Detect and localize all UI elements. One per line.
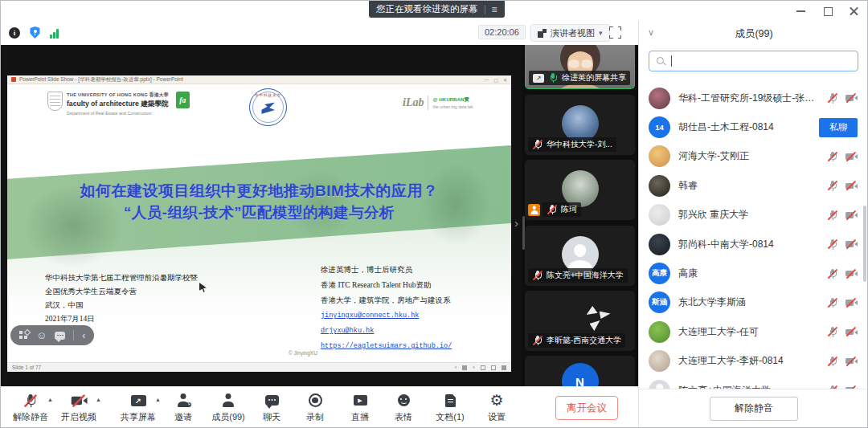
video-tile[interactable]: N — [525, 356, 635, 386]
toolbar-emoji-button[interactable]: 表情 — [383, 392, 424, 423]
chevron-up-icon[interactable]: ▲ — [96, 397, 101, 402]
powerpoint-statusbar: Slide 1 of 77 ‹ › — [7, 362, 511, 372]
toolbar-live-button[interactable]: ▶ 直播 — [340, 392, 380, 423]
members-panel: ∨ 成员(99) 华科-工管研究所-19级硕士-张佳乐 14 胡仕昌-土木工程-… — [638, 21, 868, 428]
chat-icon[interactable] — [55, 332, 65, 340]
video-tile[interactable]: 陈文亮+中国海洋大学 — [525, 226, 635, 286]
toolbar-members-button[interactable]: 成员(99) — [208, 392, 248, 423]
camera-muted-icon — [845, 180, 858, 191]
member-name: 高康 — [678, 267, 819, 280]
close-icon[interactable] — [849, 6, 859, 16]
layout-grid-icon[interactable] — [19, 331, 28, 340]
mic-muted-icon — [532, 139, 543, 150]
emoji-icon[interactable]: ☺ — [36, 330, 47, 340]
member-name: 大连理工大学-李妍-0814 — [678, 354, 819, 368]
mic-muted-icon — [827, 180, 838, 191]
video-tile[interactable]: 陈珂 — [525, 160, 635, 220]
share-screen-icon: ↗ — [131, 395, 146, 406]
member-avatar — [649, 145, 670, 167]
member-avatar: 斯涵 — [649, 291, 670, 313]
member-row[interactable]: 高康 高康 — [639, 259, 868, 287]
private-chat-button[interactable]: 私聊 — [819, 118, 858, 137]
fa-logo: fa — [176, 92, 190, 108]
next-slide-icon[interactable]: › — [473, 364, 475, 371]
slide-copyright: © JinyingXU — [289, 350, 317, 356]
mic-muted-icon — [827, 268, 838, 279]
member-row[interactable]: 斯涵 东北大学李斯涵 — [639, 288, 868, 317]
email-link[interactable]: jinyingxu@connect.hku.hk — [321, 308, 452, 324]
unmute-button[interactable]: 解除静音 — [710, 397, 798, 421]
hku-line3: Department of Real Estate and Constructi… — [67, 111, 169, 116]
menu-icon[interactable]: ≡ — [492, 5, 497, 14]
fullscreen-icon[interactable] — [609, 26, 621, 39]
ilab-tagline: the urban big data lab — [432, 104, 473, 109]
video-tile[interactable]: 华中科技大学-刘... — [525, 95, 635, 155]
tile-label: ↗ 徐进英的屏幕共享 — [529, 71, 630, 85]
shield-icon[interactable] — [30, 26, 40, 39]
maximize-icon[interactable] — [822, 6, 833, 16]
chat-icon — [265, 395, 279, 406]
member-row[interactable]: 华科-工管研究所-19级硕士-张佳乐 — [639, 84, 868, 112]
hust-emblem — [261, 100, 275, 114]
ilab-name: iLab — [403, 96, 424, 109]
info-icon[interactable]: i — [9, 27, 20, 39]
leave-meeting-button[interactable]: 离开会议 — [555, 396, 618, 420]
meeting-statusbar: i 02:20:06 演讲者视图 ▾ — [1, 21, 638, 45]
toolbar-record-button[interactable]: 录制 — [295, 392, 335, 423]
website-link[interactable]: https://eagletsuimars.github.io/ — [321, 339, 452, 354]
annotation-toolbar: ☺ ‹ — [10, 325, 94, 345]
view-sorter-icon[interactable] — [491, 365, 496, 370]
strip-scrollbar[interactable] — [522, 216, 525, 250]
collapse-strip-icon[interactable]: › — [514, 217, 518, 229]
toolbar-settings-button[interactable]: ⚙ 设置 — [477, 392, 517, 423]
member-name: 华科-工管研究所-19级硕士-张佳乐 — [678, 92, 819, 105]
tile-label: 李昕懿-西南交通大学 — [528, 333, 625, 348]
member-search-input[interactable] — [671, 55, 851, 67]
toolbar-chat-button[interactable]: 聊天 — [252, 392, 292, 423]
toolbar-unmute-button[interactable]: 解除静音 ▲ — [10, 392, 51, 423]
hku-shield-icon — [47, 92, 63, 111]
chevron-left-icon[interactable]: ‹ — [82, 331, 85, 340]
screen-watch-tag[interactable]: 您正在观看徐进英的屏幕 ≡ — [369, 1, 505, 18]
chevron-up-icon[interactable]: ▲ — [155, 397, 161, 402]
avatar: N — [562, 363, 599, 386]
video-tile-active-sharer[interactable]: ↗ 徐进英的屏幕共享 — [525, 45, 635, 89]
members-title: 成员(99) — [639, 27, 868, 41]
member-row[interactable]: 大连理工大学-李妍-0814 — [639, 347, 868, 376]
view-slideshow-icon[interactable] — [502, 365, 506, 370]
email-link[interactable]: drjyxu@hku.hk — [321, 324, 452, 339]
toolbar-docs-button[interactable]: 文档(1) — [430, 392, 470, 423]
speaker-block: 徐进英博士，博士后研究员 香港 ITC Research Talent Hub资… — [321, 263, 452, 354]
video-tile[interactable]: 李昕懿-西南交通大学 — [525, 291, 635, 351]
divider — [428, 96, 428, 110]
mic-muted-icon — [827, 151, 838, 162]
prev-slide-icon[interactable]: ‹ — [455, 364, 457, 371]
minimize-icon[interactable] — [796, 6, 806, 16]
toolbar-start-video-button[interactable]: 开启视频 ▲ — [59, 392, 99, 423]
view-normal-icon[interactable] — [481, 365, 485, 370]
shared-screen-area: PowerPoint Slide Show - [华科暑期学校报告-改进章.pp… — [1, 45, 522, 386]
mic-muted-icon — [827, 356, 838, 367]
member-row[interactable]: 大连理工大学-任可 — [639, 317, 868, 346]
member-row[interactable]: 14 胡仕昌-土木工程-0814 私聊 — [639, 112, 868, 141]
hku-line2: faculty of architecture 建築學院 — [67, 100, 169, 109]
member-row[interactable]: 郭尚科-中南大学-0814 — [639, 230, 868, 259]
member-row[interactable]: 韩睿 — [639, 171, 868, 200]
speaker-view-button[interactable]: 演讲者视图 ▾ — [530, 24, 610, 42]
menu-slide-icon[interactable] — [462, 365, 467, 370]
camera-muted-icon — [845, 297, 858, 308]
members-scrollbar[interactable] — [863, 206, 866, 282]
member-row[interactable]: 郭兴欣 重庆大学 — [639, 201, 868, 230]
screen-watch-label: 您正在观看徐进英的屏幕 — [376, 3, 478, 15]
toolbar-share-screen-button[interactable]: ↗ 共享屏幕 ▲ — [118, 392, 158, 423]
camera-muted-icon — [70, 393, 87, 407]
mic-on-icon — [547, 72, 559, 84]
divider — [73, 330, 74, 340]
member-avatar — [649, 204, 670, 226]
chevron-up-icon[interactable]: ▲ — [47, 397, 53, 402]
toolbar-invite-button[interactable]: + 邀请 — [163, 392, 203, 423]
member-row[interactable]: 河海大学-艾刚正 — [639, 142, 868, 171]
member-search-box[interactable] — [649, 51, 858, 71]
members-footer: 解除静音 — [639, 389, 868, 427]
mic-muted-icon — [827, 210, 838, 221]
